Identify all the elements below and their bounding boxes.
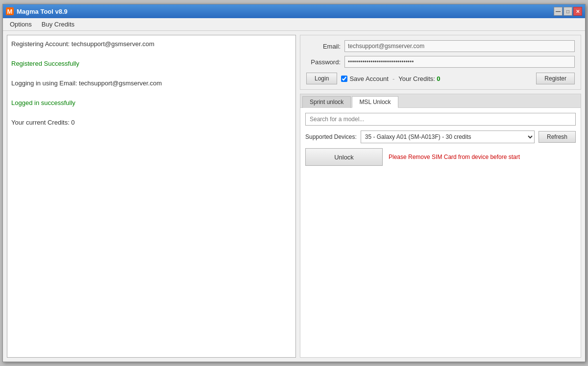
login-button[interactable]: Login bbox=[306, 73, 337, 84]
menu-options[interactable]: Options bbox=[5, 19, 37, 29]
main-window: M Magma Tool v8.9 — □ ✕ Options Buy Cred… bbox=[2, 4, 586, 362]
tabs-section: Sprint unlock MSL Unlock Supported Devic… bbox=[300, 94, 581, 358]
main-content: Registering Account: techsupport@gsmserv… bbox=[3, 31, 585, 362]
minimize-button[interactable]: — bbox=[554, 7, 563, 16]
save-account-text: Save Account bbox=[349, 75, 389, 82]
window-title: Magma Tool v8.9 bbox=[17, 8, 68, 15]
separator: - bbox=[392, 75, 394, 82]
email-row: Email: bbox=[306, 40, 575, 52]
close-button[interactable]: ✕ bbox=[573, 7, 582, 16]
log-line-5: Your current Credits: 0 bbox=[11, 118, 292, 128]
title-bar: M Magma Tool v8.9 — □ ✕ bbox=[3, 4, 585, 18]
title-bar-buttons: — □ ✕ bbox=[554, 7, 582, 16]
email-label: Email: bbox=[306, 43, 341, 50]
unlock-button[interactable]: Unlock bbox=[305, 148, 383, 166]
menu-bar: Options Buy Credits bbox=[3, 18, 585, 31]
log-panel: Registering Account: techsupport@gsmserv… bbox=[7, 35, 296, 358]
log-line-3: Logging in using Email: techsupport@gsms… bbox=[11, 78, 292, 89]
warning-text: Please Remove SIM Card from device befor… bbox=[389, 154, 520, 160]
right-panel: Email: Password: Login Save Account - bbox=[300, 35, 581, 358]
tab-content-msl: Supported Devices: 35 - Galaxy A01 (SM-A… bbox=[300, 108, 581, 357]
devices-select[interactable]: 35 - Galaxy A01 (SM-A013F) - 30 credits bbox=[361, 131, 535, 143]
actions-row: Login Save Account - Your Credits: 0 Reg… bbox=[306, 73, 575, 84]
log-line-2: Registered Successfully bbox=[11, 59, 292, 69]
menu-buy-credits[interactable]: Buy Credits bbox=[37, 19, 79, 29]
log-line-4: Logged in successfully bbox=[11, 98, 292, 108]
title-bar-left: M Magma Tool v8.9 bbox=[6, 7, 68, 15]
devices-row: Supported Devices: 35 - Galaxy A01 (SM-A… bbox=[305, 131, 576, 143]
password-field[interactable] bbox=[344, 56, 575, 68]
email-field[interactable] bbox=[344, 40, 575, 52]
unlock-row: Unlock Please Remove SIM Card from devic… bbox=[305, 148, 576, 166]
log-line-1: Registering Account: techsupport@gsmserv… bbox=[11, 39, 292, 50]
credits-label: Your Credits: 0 bbox=[398, 75, 440, 82]
refresh-button[interactable]: Refresh bbox=[539, 131, 576, 143]
app-icon: M bbox=[6, 7, 14, 15]
register-button[interactable]: Register bbox=[536, 73, 575, 84]
save-account-label[interactable]: Save Account bbox=[341, 75, 389, 82]
tab-bar: Sprint unlock MSL Unlock bbox=[300, 94, 581, 108]
password-row: Password: bbox=[306, 56, 575, 68]
devices-label: Supported Devices: bbox=[305, 133, 357, 140]
credits-value: 0 bbox=[437, 75, 440, 82]
search-input[interactable] bbox=[305, 113, 576, 126]
password-label: Password: bbox=[306, 58, 341, 66]
credentials-section: Email: Password: Login Save Account - bbox=[300, 35, 581, 90]
maximize-button[interactable]: □ bbox=[564, 7, 572, 16]
credits-label-text: Your Credits: bbox=[398, 75, 435, 82]
tab-msl-unlock[interactable]: MSL Unlock bbox=[352, 96, 398, 108]
tab-sprint-unlock[interactable]: Sprint unlock bbox=[302, 96, 351, 108]
save-account-checkbox[interactable] bbox=[341, 76, 347, 82]
